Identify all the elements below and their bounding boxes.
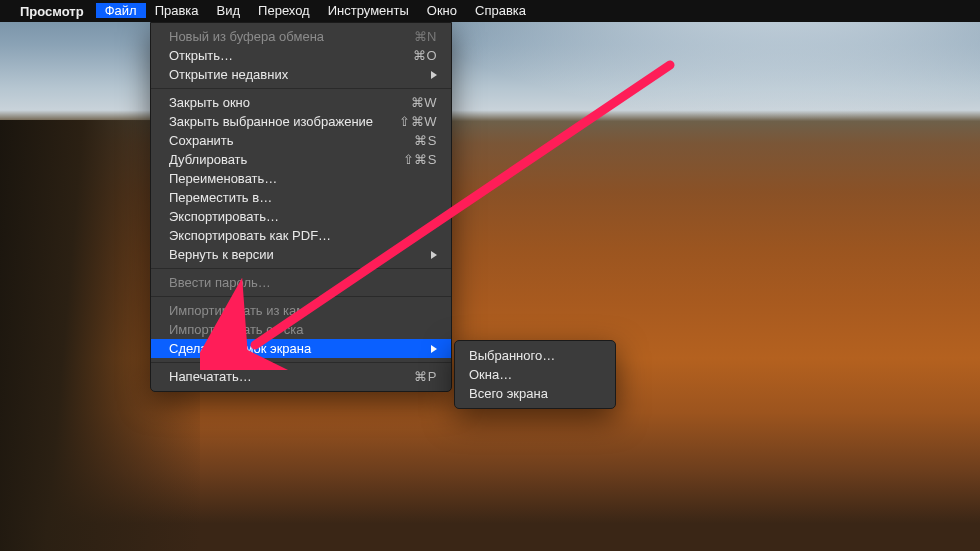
menu-окно[interactable]: Окно <box>418 3 466 18</box>
menu-row-label: Импортировать из кам <box>169 303 437 318</box>
menu-shortcut: ⇧⌘W <box>399 114 437 129</box>
menu-правка[interactable]: Правка <box>146 3 208 18</box>
chevron-right-icon <box>431 251 437 259</box>
menu-separator <box>151 296 451 297</box>
menu-row[interactable]: Дублировать⇧⌘S <box>151 150 451 169</box>
menu-row-label: Открытие недавних <box>169 67 421 82</box>
menu-вид[interactable]: Вид <box>208 3 250 18</box>
menu-файл[interactable]: Файл <box>96 3 146 18</box>
menu-row-label: Переименовать… <box>169 171 437 186</box>
menu-row[interactable]: Напечатать…⌘P <box>151 367 451 386</box>
menu-row-label: Импортировать со ска <box>169 322 437 337</box>
menu-row[interactable]: Переименовать… <box>151 169 451 188</box>
menu-row: Новый из буфера обмена⌘N <box>151 27 451 46</box>
submenu-row-label: Выбранного… <box>469 348 601 363</box>
submenu-row[interactable]: Выбранного… <box>455 346 615 365</box>
menu-row-label: Открыть… <box>169 48 401 63</box>
menu-row: Импортировать из кам <box>151 301 451 320</box>
menu-row[interactable]: Экспортировать… <box>151 207 451 226</box>
menu-row-label: Экспортировать… <box>169 209 437 224</box>
menu-separator <box>151 362 451 363</box>
menu-row-label: Сделать снимок экрана <box>169 341 421 356</box>
menu-row: Ввести пароль… <box>151 273 451 292</box>
chevron-right-icon <box>431 345 437 353</box>
menu-row[interactable]: Экспортировать как PDF… <box>151 226 451 245</box>
menu-row-label: Вернуть к версии <box>169 247 421 262</box>
menu-row-label: Напечатать… <box>169 369 402 384</box>
submenu-row[interactable]: Всего экрана <box>455 384 615 403</box>
menu-row[interactable]: Открытие недавних <box>151 65 451 84</box>
submenu-row-label: Всего экрана <box>469 386 601 401</box>
menu-row-label: Переместить в… <box>169 190 437 205</box>
menu-separator <box>151 88 451 89</box>
menu-shortcut: ⌘W <box>411 95 437 110</box>
menu-инструменты[interactable]: Инструменты <box>319 3 418 18</box>
desktop-wallpaper <box>0 0 980 551</box>
menu-row: Импортировать со ска <box>151 320 451 339</box>
menu-row[interactable]: Сделать снимок экрана <box>151 339 451 358</box>
menu-переход[interactable]: Переход <box>249 3 319 18</box>
menu-shortcut: ⌘S <box>414 133 437 148</box>
menu-shortcut: ⇧⌘S <box>403 152 437 167</box>
menu-row[interactable]: Закрыть выбранное изображение⇧⌘W <box>151 112 451 131</box>
screenshot-submenu: Выбранного…Окна…Всего экрана <box>454 340 616 409</box>
chevron-right-icon <box>431 71 437 79</box>
menu-row[interactable]: Закрыть окно⌘W <box>151 93 451 112</box>
menu-shortcut: ⌘O <box>413 48 437 63</box>
menu-row-label: Закрыть выбранное изображение <box>169 114 387 129</box>
menu-row-label: Закрыть окно <box>169 95 399 110</box>
menu-row-label: Новый из буфера обмена <box>169 29 402 44</box>
menu-separator <box>151 268 451 269</box>
menu-shortcut: ⌘N <box>414 29 437 44</box>
menu-row[interactable]: Переместить в… <box>151 188 451 207</box>
menu-row-label: Ввести пароль… <box>169 275 437 290</box>
menu-row[interactable]: Вернуть к версии <box>151 245 451 264</box>
menu-row[interactable]: Открыть…⌘O <box>151 46 451 65</box>
menu-справка[interactable]: Справка <box>466 3 535 18</box>
submenu-row-label: Окна… <box>469 367 601 382</box>
file-menu-dropdown: Новый из буфера обмена⌘NОткрыть…⌘OОткрыт… <box>150 22 452 392</box>
menu-row-label: Сохранить <box>169 133 402 148</box>
menu-row-label: Экспортировать как PDF… <box>169 228 437 243</box>
menu-row[interactable]: Сохранить⌘S <box>151 131 451 150</box>
menu-shortcut: ⌘P <box>414 369 437 384</box>
app-name[interactable]: Просмотр <box>20 4 84 19</box>
menu-row-label: Дублировать <box>169 152 391 167</box>
submenu-row[interactable]: Окна… <box>455 365 615 384</box>
menubar: Просмотр ФайлПравкаВидПереходИнструменты… <box>0 0 980 22</box>
